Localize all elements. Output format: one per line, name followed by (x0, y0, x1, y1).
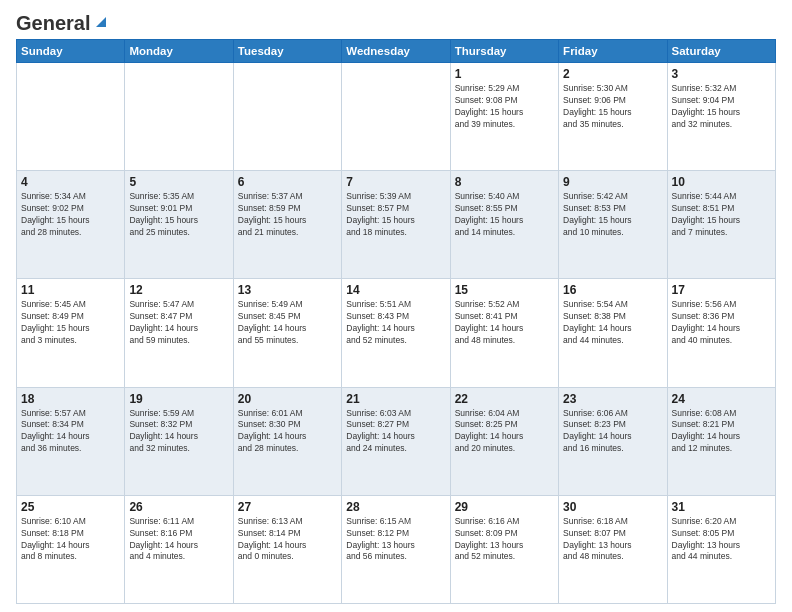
day-cell-5: 5Sunrise: 5:35 AMSunset: 9:01 PMDaylight… (125, 171, 233, 279)
day-cell-29: 29Sunrise: 6:16 AMSunset: 8:09 PMDayligh… (450, 495, 558, 603)
header-cell-tuesday: Tuesday (233, 40, 341, 63)
day-info: Sunrise: 6:01 AMSunset: 8:30 PMDaylight:… (238, 408, 337, 456)
day-number: 8 (455, 175, 554, 189)
header-cell-sunday: Sunday (17, 40, 125, 63)
day-number: 15 (455, 283, 554, 297)
day-cell-empty-2 (233, 63, 341, 171)
day-number: 9 (563, 175, 662, 189)
day-cell-12: 12Sunrise: 5:47 AMSunset: 8:47 PMDayligh… (125, 279, 233, 387)
day-number: 31 (672, 500, 771, 514)
day-cell-17: 17Sunrise: 5:56 AMSunset: 8:36 PMDayligh… (667, 279, 775, 387)
day-info: Sunrise: 5:35 AMSunset: 9:01 PMDaylight:… (129, 191, 228, 239)
header-cell-thursday: Thursday (450, 40, 558, 63)
day-number: 16 (563, 283, 662, 297)
day-number: 21 (346, 392, 445, 406)
day-info: Sunrise: 6:03 AMSunset: 8:27 PMDaylight:… (346, 408, 445, 456)
day-info: Sunrise: 6:04 AMSunset: 8:25 PMDaylight:… (455, 408, 554, 456)
page: General SundayMondayTuesdayWednesdayThur… (0, 0, 792, 612)
day-info: Sunrise: 5:49 AMSunset: 8:45 PMDaylight:… (238, 299, 337, 347)
day-cell-empty-0 (17, 63, 125, 171)
week-row-4: 25Sunrise: 6:10 AMSunset: 8:18 PMDayligh… (17, 495, 776, 603)
day-cell-23: 23Sunrise: 6:06 AMSunset: 8:23 PMDayligh… (559, 387, 667, 495)
header-cell-monday: Monday (125, 40, 233, 63)
day-number: 6 (238, 175, 337, 189)
calendar-table: SundayMondayTuesdayWednesdayThursdayFrid… (16, 39, 776, 604)
day-info: Sunrise: 6:13 AMSunset: 8:14 PMDaylight:… (238, 516, 337, 564)
day-info: Sunrise: 6:18 AMSunset: 8:07 PMDaylight:… (563, 516, 662, 564)
logo: General (16, 12, 110, 31)
day-cell-13: 13Sunrise: 5:49 AMSunset: 8:45 PMDayligh… (233, 279, 341, 387)
day-cell-empty-3 (342, 63, 450, 171)
day-cell-22: 22Sunrise: 6:04 AMSunset: 8:25 PMDayligh… (450, 387, 558, 495)
day-cell-8: 8Sunrise: 5:40 AMSunset: 8:55 PMDaylight… (450, 171, 558, 279)
week-row-0: 1Sunrise: 5:29 AMSunset: 9:08 PMDaylight… (17, 63, 776, 171)
day-cell-6: 6Sunrise: 5:37 AMSunset: 8:59 PMDaylight… (233, 171, 341, 279)
day-number: 24 (672, 392, 771, 406)
day-info: Sunrise: 6:10 AMSunset: 8:18 PMDaylight:… (21, 516, 120, 564)
day-info: Sunrise: 5:30 AMSunset: 9:06 PMDaylight:… (563, 83, 662, 131)
day-number: 19 (129, 392, 228, 406)
day-info: Sunrise: 5:40 AMSunset: 8:55 PMDaylight:… (455, 191, 554, 239)
day-number: 13 (238, 283, 337, 297)
day-number: 27 (238, 500, 337, 514)
day-number: 25 (21, 500, 120, 514)
logo-icon (92, 13, 110, 31)
week-row-3: 18Sunrise: 5:57 AMSunset: 8:34 PMDayligh… (17, 387, 776, 495)
day-number: 11 (21, 283, 120, 297)
day-cell-14: 14Sunrise: 5:51 AMSunset: 8:43 PMDayligh… (342, 279, 450, 387)
day-number: 14 (346, 283, 445, 297)
day-cell-4: 4Sunrise: 5:34 AMSunset: 9:02 PMDaylight… (17, 171, 125, 279)
day-info: Sunrise: 5:44 AMSunset: 8:51 PMDaylight:… (672, 191, 771, 239)
day-cell-11: 11Sunrise: 5:45 AMSunset: 8:49 PMDayligh… (17, 279, 125, 387)
svg-marker-0 (96, 17, 106, 27)
day-info: Sunrise: 6:15 AMSunset: 8:12 PMDaylight:… (346, 516, 445, 564)
day-number: 12 (129, 283, 228, 297)
week-row-2: 11Sunrise: 5:45 AMSunset: 8:49 PMDayligh… (17, 279, 776, 387)
day-cell-31: 31Sunrise: 6:20 AMSunset: 8:05 PMDayligh… (667, 495, 775, 603)
day-info: Sunrise: 5:45 AMSunset: 8:49 PMDaylight:… (21, 299, 120, 347)
day-number: 2 (563, 67, 662, 81)
day-cell-16: 16Sunrise: 5:54 AMSunset: 8:38 PMDayligh… (559, 279, 667, 387)
day-cell-9: 9Sunrise: 5:42 AMSunset: 8:53 PMDaylight… (559, 171, 667, 279)
day-number: 23 (563, 392, 662, 406)
day-cell-2: 2Sunrise: 5:30 AMSunset: 9:06 PMDaylight… (559, 63, 667, 171)
day-info: Sunrise: 5:32 AMSunset: 9:04 PMDaylight:… (672, 83, 771, 131)
day-info: Sunrise: 5:39 AMSunset: 8:57 PMDaylight:… (346, 191, 445, 239)
day-info: Sunrise: 5:47 AMSunset: 8:47 PMDaylight:… (129, 299, 228, 347)
calendar: SundayMondayTuesdayWednesdayThursdayFrid… (16, 39, 776, 604)
day-info: Sunrise: 5:34 AMSunset: 9:02 PMDaylight:… (21, 191, 120, 239)
day-cell-26: 26Sunrise: 6:11 AMSunset: 8:16 PMDayligh… (125, 495, 233, 603)
day-cell-28: 28Sunrise: 6:15 AMSunset: 8:12 PMDayligh… (342, 495, 450, 603)
day-number: 10 (672, 175, 771, 189)
day-cell-18: 18Sunrise: 5:57 AMSunset: 8:34 PMDayligh… (17, 387, 125, 495)
day-info: Sunrise: 5:29 AMSunset: 9:08 PMDaylight:… (455, 83, 554, 131)
day-info: Sunrise: 6:20 AMSunset: 8:05 PMDaylight:… (672, 516, 771, 564)
day-cell-7: 7Sunrise: 5:39 AMSunset: 8:57 PMDaylight… (342, 171, 450, 279)
header-row: SundayMondayTuesdayWednesdayThursdayFrid… (17, 40, 776, 63)
day-info: Sunrise: 6:06 AMSunset: 8:23 PMDaylight:… (563, 408, 662, 456)
day-info: Sunrise: 5:57 AMSunset: 8:34 PMDaylight:… (21, 408, 120, 456)
day-info: Sunrise: 6:08 AMSunset: 8:21 PMDaylight:… (672, 408, 771, 456)
header: General (16, 12, 776, 31)
header-cell-friday: Friday (559, 40, 667, 63)
day-info: Sunrise: 5:59 AMSunset: 8:32 PMDaylight:… (129, 408, 228, 456)
day-number: 26 (129, 500, 228, 514)
day-cell-3: 3Sunrise: 5:32 AMSunset: 9:04 PMDaylight… (667, 63, 775, 171)
day-cell-25: 25Sunrise: 6:10 AMSunset: 8:18 PMDayligh… (17, 495, 125, 603)
header-cell-wednesday: Wednesday (342, 40, 450, 63)
day-cell-24: 24Sunrise: 6:08 AMSunset: 8:21 PMDayligh… (667, 387, 775, 495)
day-number: 7 (346, 175, 445, 189)
day-cell-1: 1Sunrise: 5:29 AMSunset: 9:08 PMDaylight… (450, 63, 558, 171)
day-number: 28 (346, 500, 445, 514)
day-number: 29 (455, 500, 554, 514)
day-info: Sunrise: 5:51 AMSunset: 8:43 PMDaylight:… (346, 299, 445, 347)
day-number: 17 (672, 283, 771, 297)
day-info: Sunrise: 5:52 AMSunset: 8:41 PMDaylight:… (455, 299, 554, 347)
day-number: 30 (563, 500, 662, 514)
day-number: 3 (672, 67, 771, 81)
day-number: 22 (455, 392, 554, 406)
day-info: Sunrise: 5:37 AMSunset: 8:59 PMDaylight:… (238, 191, 337, 239)
day-cell-empty-1 (125, 63, 233, 171)
logo-general: General (16, 12, 90, 35)
day-cell-15: 15Sunrise: 5:52 AMSunset: 8:41 PMDayligh… (450, 279, 558, 387)
